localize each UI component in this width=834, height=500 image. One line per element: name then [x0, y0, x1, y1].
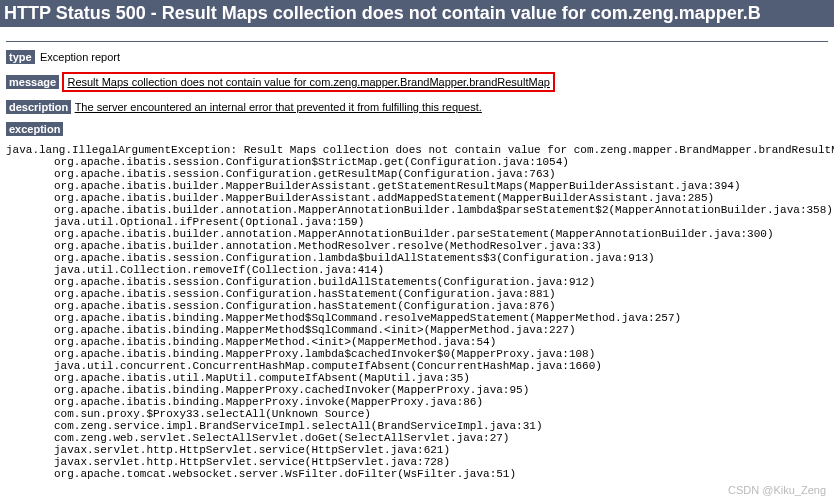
- stack-trace: java.lang.IllegalArgumentException: Resu…: [6, 144, 828, 480]
- stack-lines-container: org.apache.ibatis.session.Configuration$…: [6, 156, 828, 480]
- error-content: type Exception report message Result Map…: [0, 27, 834, 486]
- message-text: Result Maps collection does not contain …: [67, 76, 549, 88]
- stack-line: java.util.concurrent.ConcurrentHashMap.c…: [6, 360, 828, 372]
- stack-line: org.apache.tomcat.websocket.server.WsFil…: [6, 468, 828, 480]
- exception-first-line: java.lang.IllegalArgumentException: Resu…: [6, 144, 828, 156]
- stack-line: org.apache.ibatis.session.Configuration.…: [6, 300, 828, 312]
- type-label: type: [6, 50, 35, 64]
- stack-line: org.apache.ibatis.binding.MapperProxy.ca…: [6, 384, 828, 396]
- message-highlight-box: Result Maps collection does not contain …: [62, 72, 554, 92]
- stack-line: org.apache.ibatis.builder.annotation.Met…: [6, 240, 828, 252]
- stack-line: java.util.Collection.removeIf(Collection…: [6, 264, 828, 276]
- stack-line: org.apache.ibatis.session.Configuration$…: [6, 156, 828, 168]
- stack-line: javax.servlet.http.HttpServlet.service(H…: [6, 456, 828, 468]
- type-text: Exception report: [40, 51, 120, 63]
- stack-line: javax.servlet.http.HttpServlet.service(H…: [6, 444, 828, 456]
- stack-line: org.apache.ibatis.builder.MapperBuilderA…: [6, 192, 828, 204]
- message-row: message Result Maps collection does not …: [6, 72, 828, 92]
- stack-line: org.apache.ibatis.binding.MapperProxy.la…: [6, 348, 828, 360]
- type-row: type Exception report: [6, 50, 828, 64]
- stack-line: java.util.Optional.ifPresent(Optional.ja…: [6, 216, 828, 228]
- stack-line: org.apache.ibatis.session.Configuration.…: [6, 276, 828, 288]
- stack-line: org.apache.ibatis.builder.annotation.Map…: [6, 204, 828, 216]
- divider-top: [6, 41, 828, 42]
- stack-line: org.apache.ibatis.binding.MapperMethod$S…: [6, 324, 828, 336]
- status-header: HTTP Status 500 - Result Maps collection…: [0, 0, 834, 27]
- stack-line: com.sun.proxy.$Proxy33.selectAll(Unknown…: [6, 408, 828, 420]
- stack-line: org.apache.ibatis.session.Configuration.…: [6, 288, 828, 300]
- status-title: HTTP Status 500 - Result Maps collection…: [4, 3, 761, 23]
- stack-line: com.zeng.service.impl.BrandServiceImpl.s…: [6, 420, 828, 432]
- stack-line: org.apache.ibatis.builder.MapperBuilderA…: [6, 180, 828, 192]
- stack-line: org.apache.ibatis.builder.annotation.Map…: [6, 228, 828, 240]
- stack-line: org.apache.ibatis.session.Configuration.…: [6, 252, 828, 264]
- description-text: The server encountered an internal error…: [75, 101, 482, 113]
- description-row: description The server encountered an in…: [6, 100, 828, 114]
- stack-line: org.apache.ibatis.binding.MapperMethod.<…: [6, 336, 828, 348]
- exception-label: exception: [6, 122, 63, 136]
- watermark: CSDN @Kiku_Zeng: [728, 484, 826, 486]
- stack-line: org.apache.ibatis.session.Configuration.…: [6, 168, 828, 180]
- exception-row: exception: [6, 122, 828, 136]
- stack-line: org.apache.ibatis.binding.MapperProxy.in…: [6, 396, 828, 408]
- stack-line: org.apache.ibatis.util.MapUtil.computeIf…: [6, 372, 828, 384]
- message-label: message: [6, 75, 59, 89]
- stack-line: com.zeng.web.servlet.SelectAllServlet.do…: [6, 432, 828, 444]
- stack-line: org.apache.ibatis.binding.MapperMethod$S…: [6, 312, 828, 324]
- description-label: description: [6, 100, 71, 114]
